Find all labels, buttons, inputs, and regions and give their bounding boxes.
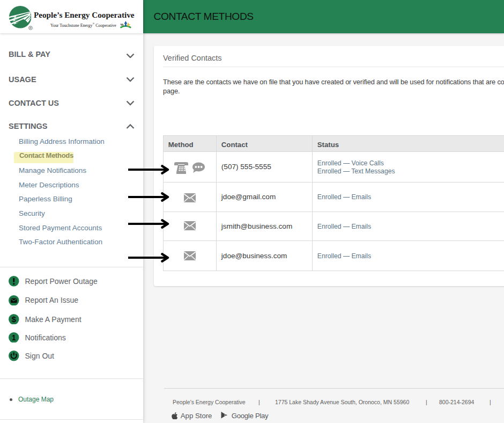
svg-text:$: $ xyxy=(12,314,17,323)
svg-text:1: 1 xyxy=(12,333,16,341)
svg-text:R: R xyxy=(29,26,32,29)
